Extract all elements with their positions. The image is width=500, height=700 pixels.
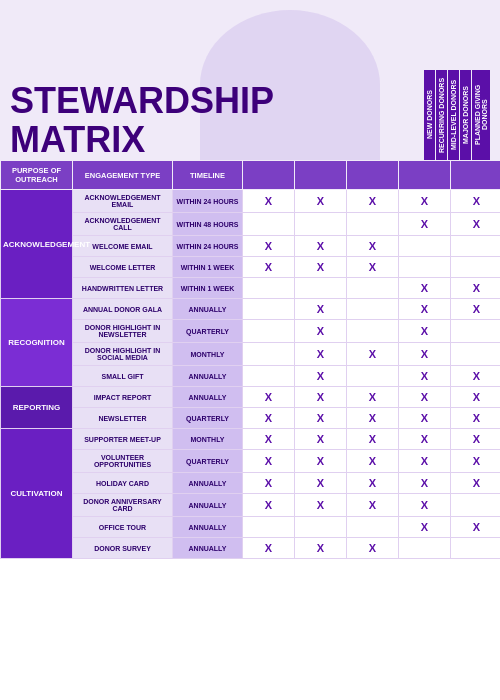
mark-cell: X [243, 387, 295, 408]
timeline-cell: ANNUALLY [173, 473, 243, 494]
engagement-cell: SMALL GIFT [73, 366, 173, 387]
mark-cell: X [347, 236, 399, 257]
mark-cell: X [451, 213, 501, 236]
mark-cell [347, 517, 399, 538]
mark-cell [451, 236, 501, 257]
mark-cell: X [243, 236, 295, 257]
mark-cell: X [399, 343, 451, 366]
mark-cell [243, 517, 295, 538]
mark-cell [451, 320, 501, 343]
mark-cell: X [243, 190, 295, 213]
table-wrapper[interactable]: PURPOSE OF OUTREACH ENGAGEMENT TYPE TIME… [0, 160, 500, 700]
mark-cell: X [399, 320, 451, 343]
timeline-cell: ANNUALLY [173, 366, 243, 387]
timeline-cell: QUARTERLY [173, 450, 243, 473]
mark-cell: X [295, 450, 347, 473]
mark-cell: X [451, 299, 501, 320]
mark-cell: X [399, 429, 451, 450]
mark-cell [451, 494, 501, 517]
col-new-donors [243, 161, 295, 190]
table-row: DONOR HIGHLIGHT IN SOCIAL MEDIAMONTHLYXX… [1, 343, 501, 366]
timeline-cell: ANNUALLY [173, 387, 243, 408]
table-row: REPORTINGIMPACT REPORTANNUALLYXXXXX [1, 387, 501, 408]
mark-cell [243, 343, 295, 366]
mark-cell: X [347, 473, 399, 494]
table-row: HANDWRITTEN LETTERWITHIN 1 WEEKXX [1, 278, 501, 299]
mark-cell: X [295, 366, 347, 387]
timeline-cell: WITHIN 1 WEEK [173, 278, 243, 299]
engagement-cell: DONOR HIGHLIGHT IN NEWSLETTER [73, 320, 173, 343]
engagement-cell: SUPPORTER MEET-UP [73, 429, 173, 450]
timeline-cell: ANNUALLY [173, 299, 243, 320]
table-row: CULTIVATIONSUPPORTER MEET-UPMONTHLYXXXXX [1, 429, 501, 450]
timeline-cell: ANNUALLY [173, 538, 243, 559]
mark-cell [347, 320, 399, 343]
engagement-cell: ANNUAL DONOR GALA [73, 299, 173, 320]
mark-cell: X [347, 429, 399, 450]
col-major-donors [399, 161, 451, 190]
mark-cell: X [399, 190, 451, 213]
table-row: RECOGNITIONANNUAL DONOR GALAANNUALLYXXX [1, 299, 501, 320]
sub-header-row: PURPOSE OF OUTREACH ENGAGEMENT TYPE TIME… [1, 161, 501, 190]
timeline-cell: WITHIN 24 HOURS [173, 190, 243, 213]
header-title: STEWARDSHIP MATRIX [10, 81, 210, 160]
table-row: DONOR ANNIVERSARY CARDANNUALLYXXXX [1, 494, 501, 517]
mark-cell [399, 538, 451, 559]
engagement-cell: NEWSLETTER [73, 408, 173, 429]
mark-cell [399, 236, 451, 257]
column-header: MID-LEVEL DONORS [447, 70, 459, 160]
engagement-cell: ACKNOWLEDGEMENT CALL [73, 213, 173, 236]
mark-cell: X [295, 236, 347, 257]
mark-cell: X [243, 257, 295, 278]
mark-cell: X [451, 366, 501, 387]
table-row: OFFICE TOURANNUALLYXX [1, 517, 501, 538]
mark-cell: X [399, 299, 451, 320]
engagement-header: ENGAGEMENT TYPE [73, 161, 173, 190]
mark-cell: X [451, 387, 501, 408]
mark-cell [347, 213, 399, 236]
mark-cell: X [243, 450, 295, 473]
mark-cell: X [399, 213, 451, 236]
timeline-cell: ANNUALLY [173, 517, 243, 538]
mark-cell [451, 538, 501, 559]
mark-cell [399, 257, 451, 278]
purpose-header: PURPOSE OF OUTREACH [1, 161, 73, 190]
engagement-cell: HOLIDAY CARD [73, 473, 173, 494]
col-planned-donors [451, 161, 501, 190]
table-row: DONOR HIGHLIGHT IN NEWSLETTERQUARTERLYXX [1, 320, 501, 343]
header: STEWARDSHIP MATRIX NEW DONORSRECURRING D… [0, 0, 500, 160]
mark-cell [243, 278, 295, 299]
purpose-cell: RECOGNITION [1, 299, 73, 387]
engagement-cell: HANDWRITTEN LETTER [73, 278, 173, 299]
mark-cell: X [243, 429, 295, 450]
mark-cell: X [451, 429, 501, 450]
table-row: NEWSLETTERQUARTERLYXXXXX [1, 408, 501, 429]
mark-cell: X [451, 190, 501, 213]
timeline-cell: QUARTERLY [173, 408, 243, 429]
mark-cell: X [399, 387, 451, 408]
mark-cell: X [295, 408, 347, 429]
engagement-cell: VOLUNTEER OPPORTUNITIES [73, 450, 173, 473]
mark-cell: X [347, 190, 399, 213]
column-header: NEW DONORS [423, 70, 435, 160]
timeline-cell: QUARTERLY [173, 320, 243, 343]
table-row: HOLIDAY CARDANNUALLYXXXXX [1, 473, 501, 494]
col-recurring-donors [295, 161, 347, 190]
mark-cell: X [451, 517, 501, 538]
mark-cell: X [399, 278, 451, 299]
engagement-cell: ACKNOWLEDGEMENT EMAIL [73, 190, 173, 213]
mark-cell: X [295, 387, 347, 408]
mark-cell: X [243, 408, 295, 429]
col-midlevel-donors [347, 161, 399, 190]
mark-cell: X [347, 408, 399, 429]
purpose-cell: REPORTING [1, 387, 73, 429]
purpose-cell: CULTIVATION [1, 429, 73, 559]
engagement-cell: DONOR ANNIVERSARY CARD [73, 494, 173, 517]
mark-cell [347, 366, 399, 387]
mark-cell: X [399, 366, 451, 387]
mark-cell [243, 213, 295, 236]
mark-cell: X [399, 450, 451, 473]
mark-cell: X [295, 320, 347, 343]
mark-cell [347, 299, 399, 320]
timeline-cell: WITHIN 1 WEEK [173, 257, 243, 278]
